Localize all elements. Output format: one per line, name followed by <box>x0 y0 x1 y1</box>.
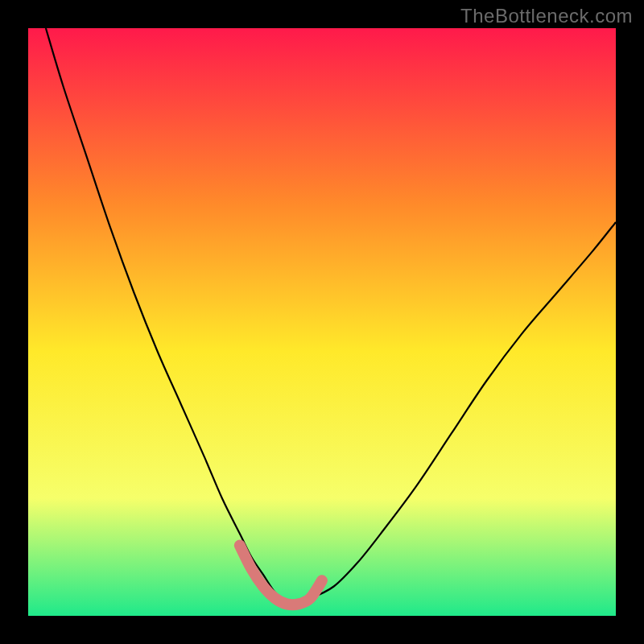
gradient-background <box>28 28 616 616</box>
watermark-label: TheBottleneck.com <box>460 5 633 27</box>
plot-area <box>28 28 616 616</box>
chart-frame: TheBottleneck.com <box>0 0 644 644</box>
bottleneck-chart <box>28 28 616 616</box>
